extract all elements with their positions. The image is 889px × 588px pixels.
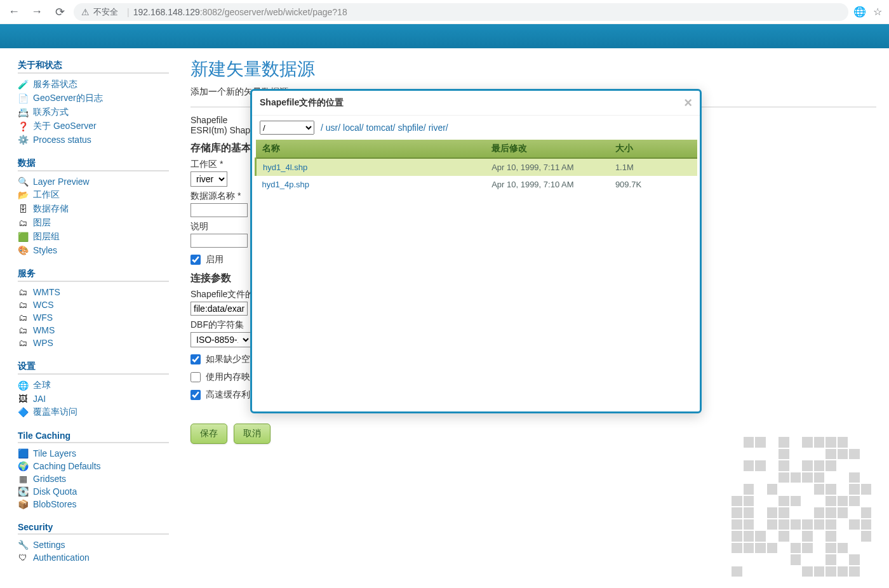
sidebar-item[interactable]: 🖼JAI [18, 392, 169, 405]
sidebar-item-label[interactable]: BlobStores [33, 499, 76, 509]
shploc-input[interactable] [190, 302, 248, 316]
sidebar-item-label[interactable]: Authentication [33, 552, 90, 563]
workspace-select[interactable]: river [190, 171, 227, 187]
sidebar-item[interactable]: 🗂图层 [18, 216, 169, 230]
browser-chrome: ← → ⟳ ⚠ 不安全 | 192.168.148.129:8082/geose… [0, 0, 889, 24]
sidebar-item[interactable]: 🛡Authentication [18, 551, 169, 564]
sidebar-item[interactable]: 🟦Tile Layers [18, 447, 169, 460]
sidebar-item[interactable]: 🗂WCS [18, 298, 169, 311]
sidebar-item-label[interactable]: 图层 [33, 217, 51, 229]
sidebar-item[interactable]: ❓关于 GeoServer [18, 119, 169, 133]
missing-checkbox[interactable] [190, 354, 201, 364]
file-name[interactable]: hyd1_4p.shp [256, 176, 486, 193]
svc-icon: 🗂 [18, 300, 28, 310]
sidebar-item-label[interactable]: WCS [33, 300, 54, 310]
sidebar-item-label[interactable]: 全球 [33, 380, 51, 391]
url-port: :8082 [200, 7, 222, 17]
sidebar-item[interactable]: ⚙️Process status [18, 133, 169, 146]
sidebar-item-label[interactable]: WMTS [33, 287, 60, 297]
breadcrumb[interactable]: / usr/ local/ tomcat/ shpfile/ river/ [321, 123, 448, 133]
translate-icon[interactable]: 🌐 [853, 6, 866, 18]
breadcrumb-segment[interactable]: tomcat/ [364, 123, 396, 133]
sidebar-item[interactable]: 🗂WMS [18, 324, 169, 337]
sidebar-item-label[interactable]: 数据存储 [33, 203, 69, 215]
col-size[interactable]: 大小 [609, 140, 697, 158]
sidebar-item-label[interactable]: 工作区 [33, 189, 60, 201]
sidebar-item-label[interactable]: 关于 GeoServer [33, 121, 97, 132]
sidebar-item-label[interactable]: WFS [33, 312, 53, 323]
sidebar-item-label[interactable]: 联系方式 [33, 107, 69, 118]
breadcrumb-segment[interactable]: local/ [340, 123, 364, 133]
file-name[interactable]: hyd1_4l.shp [256, 158, 486, 176]
col-modified[interactable]: 最后修改 [485, 140, 609, 158]
cache-checkbox[interactable] [190, 390, 201, 400]
breadcrumb-segment[interactable]: shpfile/ [396, 123, 426, 133]
star-icon[interactable]: ☆ [871, 6, 884, 18]
sidebar-item-label[interactable]: Styles [33, 245, 57, 255]
sidebar-item[interactable]: 🎨Styles [18, 244, 169, 257]
sidebar-item[interactable]: 📦BlobStores [18, 498, 169, 511]
memory-checkbox[interactable] [190, 372, 201, 382]
sidebar-item-label[interactable]: Process status [33, 135, 91, 145]
save-button[interactable]: 保存 [190, 424, 227, 444]
breadcrumb-segment[interactable]: river/ [426, 123, 448, 133]
sidebar-item[interactable]: 🗂WMTS [18, 286, 169, 298]
sidebar-item-label[interactable]: GeoServer的日志 [33, 93, 103, 104]
table-row[interactable]: hyd1_4p.shpApr 10, 1999, 7:10 AM909.7K [256, 176, 698, 193]
sidebar-item[interactable]: 📂工作区 [18, 188, 169, 202]
col-name[interactable]: 名称 [256, 140, 486, 158]
sidebar-item-label[interactable]: Disk Quota [33, 486, 77, 497]
qr-watermark [732, 437, 871, 577]
sidebar-item[interactable]: 📇联系方式 [18, 105, 169, 119]
url-host: 192.168.148.129 [133, 7, 200, 17]
sidebar-item-label[interactable]: Settings [33, 540, 65, 550]
sidebar-item[interactable]: 🌐全球 [18, 378, 169, 392]
sidebar-group-title: Tile Caching [18, 431, 169, 443]
sidebar-item-label[interactable]: Tile Layers [33, 448, 76, 458]
sidebar-item-label[interactable]: Caching Defaults [33, 461, 101, 471]
sidebar-item-label[interactable]: 服务器状态 [33, 79, 77, 90]
table-row[interactable]: hyd1_4l.shpApr 10, 1999, 7:11 AM1.1M [256, 158, 698, 176]
sidebar-item-label[interactable]: WMS [33, 325, 55, 335]
info-icon: ❓ [18, 121, 28, 131]
back-button[interactable]: ← [5, 3, 23, 21]
sidebar-item[interactable]: 🔧Settings [18, 538, 169, 551]
sidebar-item-label[interactable]: 覆盖率访问 [33, 406, 77, 418]
desc-input[interactable] [190, 234, 248, 248]
sidebar-item[interactable]: 🧪服务器状态 [18, 77, 169, 91]
sidebar-item[interactable]: ▦Gridsets [18, 472, 169, 485]
url-bar[interactable]: ⚠ 不安全 | 192.168.148.129:8082/geoserver/w… [74, 3, 848, 21]
img-icon: 🖼 [18, 394, 28, 404]
forward-button[interactable]: → [28, 3, 46, 21]
sidebar-item[interactable]: 🗂WPS [18, 337, 169, 349]
sidebar-item[interactable]: 🗂WFS [18, 311, 169, 324]
url-path: /geoserver/web/wicket/page?18 [222, 7, 347, 17]
sidebar-item[interactable]: 🔍Layer Preview [18, 175, 169, 188]
sidebar-group-title: 关于和状态 [18, 60, 169, 74]
file-modified: Apr 10, 1999, 7:11 AM [485, 158, 609, 176]
dsname-input[interactable] [190, 203, 248, 217]
sidebar-item[interactable]: 🟩图层组 [18, 230, 169, 244]
sidebar-item[interactable]: 📄GeoServer的日志 [18, 91, 169, 105]
sidebar-item-label[interactable]: WPS [33, 338, 53, 348]
breadcrumb-segment[interactable]: usr/ [323, 123, 340, 133]
enable-checkbox[interactable] [190, 255, 201, 265]
close-icon[interactable]: × [684, 96, 692, 110]
enable-label: 启用 [206, 254, 224, 265]
sidebar-item-label[interactable]: JAI [33, 394, 46, 404]
sidebar-item[interactable]: 🗄数据存储 [18, 202, 169, 216]
sidebar-item[interactable]: 🔷覆盖率访问 [18, 405, 169, 419]
root-select[interactable]: / [260, 121, 314, 135]
sidebar-item-label[interactable]: Layer Preview [33, 177, 90, 187]
sidebar-item[interactable]: 💽Disk Quota [18, 485, 169, 498]
sidebar-group-title: 设置 [18, 361, 169, 375]
folder-icon: 📂 [18, 190, 28, 200]
sidebar-item-label[interactable]: Gridsets [33, 474, 66, 484]
dbf-select[interactable]: ISO-8859-1 [190, 332, 251, 347]
cancel-button[interactable]: 取消 [234, 424, 271, 444]
reload-button[interactable]: ⟳ [51, 3, 69, 21]
globe-icon: 🌐 [18, 380, 28, 391]
sidebar-item[interactable]: 🌍Caching Defaults [18, 460, 169, 472]
sidebar-item-label[interactable]: 图层组 [33, 231, 60, 243]
sidebar-group-title: 服务 [18, 268, 169, 282]
